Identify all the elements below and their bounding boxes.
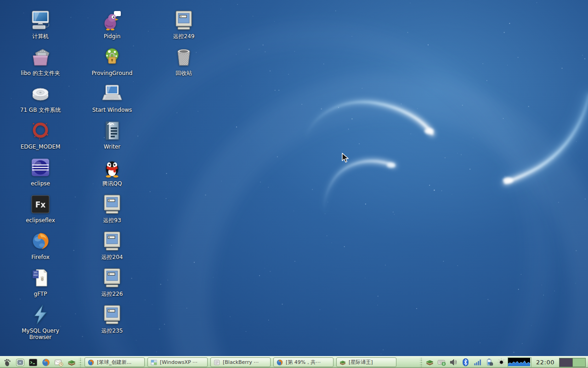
svg-text:Fx: Fx	[35, 200, 46, 209]
desktop-icon-remote-204[interactable]: 远控204	[79, 230, 145, 260]
desktop-wallpaper: 计算机libo 的主文件夹71 GB 文件系统EDGE_MODEMeclipse…	[0, 0, 588, 356]
eclipseflex-icon: Fx	[29, 193, 51, 215]
desktop-icon-label: 腾讯QQ	[102, 180, 122, 187]
desktop-icon-label: 远控249	[173, 33, 195, 40]
window-windowsxp-icon	[150, 359, 158, 366]
desktop-icon-remote-226[interactable]: 远控226	[79, 267, 145, 297]
launcher-firefox-launcher[interactable]	[40, 357, 51, 368]
svg-text:010: 010	[34, 274, 38, 276]
window-blackberry-taskbar-button[interactable]: [BlackBerry ⋯	[210, 357, 271, 367]
mysql-query-browser-icon	[29, 304, 51, 326]
desktop-icon-label: 计算机	[32, 33, 49, 40]
recycle-bin-icon	[173, 46, 195, 68]
cpu-graph-icon	[508, 358, 530, 366]
tray-network-signal[interactable]	[472, 357, 482, 368]
tray-volume[interactable]	[448, 357, 458, 368]
desktop-icon-label: 回收站	[175, 70, 192, 76]
desktop-icon-eclipseflex[interactable]: Fxeclipseflex	[7, 193, 74, 224]
desktop-icon-label: gFTP	[34, 291, 47, 297]
edge-modem-icon	[29, 120, 51, 142]
battery-icon	[485, 358, 494, 367]
desktop-icon-edge-modem[interactable]: EDGE_MODEM	[7, 120, 74, 150]
desktop-icon-filesystem-71gb[interactable]: 71 GB 文件系统	[7, 83, 74, 113]
taskbar-button-label: [星际译王]	[349, 359, 394, 366]
home-folder-icon	[29, 46, 51, 68]
tray-input-method[interactable]	[436, 357, 447, 368]
remote-93-icon	[101, 193, 123, 215]
pidgin-icon	[101, 9, 123, 31]
stardict-dictionary-icon	[67, 358, 76, 367]
desktop-icon-grid: 计算机libo 的主文件夹71 GB 文件系统EDGE_MODEMeclipse…	[0, 0, 588, 356]
panel-drag-handle[interactable]	[79, 358, 82, 367]
remote-204-icon	[101, 230, 123, 252]
provingground-icon	[101, 46, 123, 68]
gnome-main-menu-icon	[3, 358, 12, 367]
desktop-icon-label: 远控226	[102, 291, 123, 297]
desktop-icon-firefox[interactable]: Firefox	[7, 230, 74, 260]
desktop-icon-label: 远控204	[102, 254, 123, 260]
workspace-1[interactable]	[560, 358, 572, 367]
window-stardict-icon	[339, 359, 346, 366]
tray-battery[interactable]	[484, 357, 494, 368]
window-download-taskbar-button[interactable]: [第 49%，共⋯	[273, 357, 334, 367]
desktop-icon-mysql-query-browser[interactable]: MySQL Query Browser	[7, 304, 74, 341]
panel-launchers	[1, 357, 77, 368]
launcher-stardict-dictionary[interactable]	[66, 357, 77, 368]
writer-icon	[101, 120, 123, 142]
volume-icon	[449, 358, 458, 367]
tray-drag-handle[interactable]	[419, 358, 423, 367]
firefox-icon	[29, 230, 51, 252]
desktop-icon-start-windows[interactable]: Start Windows	[79, 83, 145, 113]
notification-tray	[424, 357, 506, 368]
system-monitor-applet[interactable]	[508, 357, 531, 368]
window-stardict-taskbar-button[interactable]: [星际译王]	[336, 357, 396, 367]
launcher-terminal[interactable]	[27, 357, 39, 368]
clock[interactable]: 22:00	[533, 359, 558, 366]
desktop-icon-label: ProvingGround	[92, 70, 133, 76]
filesystem-71gb-icon	[29, 83, 51, 105]
stardict-tray-icon	[425, 358, 434, 367]
desktop-icon-label: Start Windows	[92, 107, 132, 113]
tray-bluetooth[interactable]	[460, 357, 470, 368]
computer-icon	[29, 9, 51, 31]
workspace-2[interactable]	[572, 358, 586, 367]
desktop-icon-eclipse[interactable]: eclipse	[7, 156, 74, 187]
bluetooth-icon	[461, 358, 470, 367]
window-list: [笨球_创建新...[WindowsXP ⋯[BlackBerry ⋯[第 49…	[85, 357, 396, 367]
terminal-icon	[28, 358, 38, 367]
remote-235-icon	[101, 304, 123, 326]
tray-brightness[interactable]	[496, 357, 506, 368]
desktop-icon-remote-93[interactable]: 远控93	[79, 193, 145, 224]
desktop-icon-recycle-bin[interactable]: 回收站	[151, 46, 217, 76]
launcher-evolution-mail[interactable]	[53, 357, 64, 368]
screenshot-tool-icon	[16, 358, 25, 367]
desktop-icon-label: Firefox	[31, 254, 50, 260]
taskbar-button-label: [WindowsXP ⋯	[160, 359, 205, 365]
tencent-qq-icon	[101, 156, 123, 178]
bottom-panel: [笨球_创建新...[WindowsXP ⋯[BlackBerry ⋯[第 49…	[0, 356, 588, 368]
eclipse-icon	[29, 156, 51, 178]
window-benqiu-taskbar-button[interactable]: [笨球_创建新...	[85, 357, 145, 367]
desktop-icon-pidgin[interactable]: Pidgin	[79, 9, 145, 40]
input-method-icon	[437, 358, 446, 367]
desktop-icon-home-folder[interactable]: libo 的主文件夹	[7, 46, 74, 76]
start-windows-icon	[101, 83, 123, 105]
desktop-icon-computer[interactable]: 计算机	[7, 9, 74, 40]
launcher-gnome-main-menu[interactable]	[1, 357, 13, 368]
desktop-icon-label: Pidgin	[104, 33, 120, 40]
desktop-icon-tencent-qq[interactable]: 腾讯QQ	[79, 156, 145, 187]
network-signal-icon	[473, 358, 482, 367]
desktop-icon-remote-235[interactable]: 远控235	[79, 304, 145, 334]
launcher-screenshot-tool[interactable]	[14, 357, 26, 368]
workspace-switcher	[559, 358, 586, 367]
desktop-icon-gftp[interactable]: 101010gFTP	[7, 267, 74, 297]
desktop-icon-provingground[interactable]: ProvingGround	[79, 46, 145, 76]
desktop-icon-remote-249[interactable]: 远控249	[151, 9, 217, 40]
taskbar-button-label: [笨球_创建新...	[97, 359, 142, 366]
window-benqiu-icon	[87, 359, 95, 366]
brightness-icon	[497, 358, 506, 367]
desktop-icon-writer[interactable]: Writer	[79, 120, 145, 150]
gftp-icon: 101010	[29, 267, 51, 289]
window-windowsxp-taskbar-button[interactable]: [WindowsXP ⋯	[147, 357, 208, 367]
tray-stardict-tray[interactable]	[424, 357, 435, 368]
